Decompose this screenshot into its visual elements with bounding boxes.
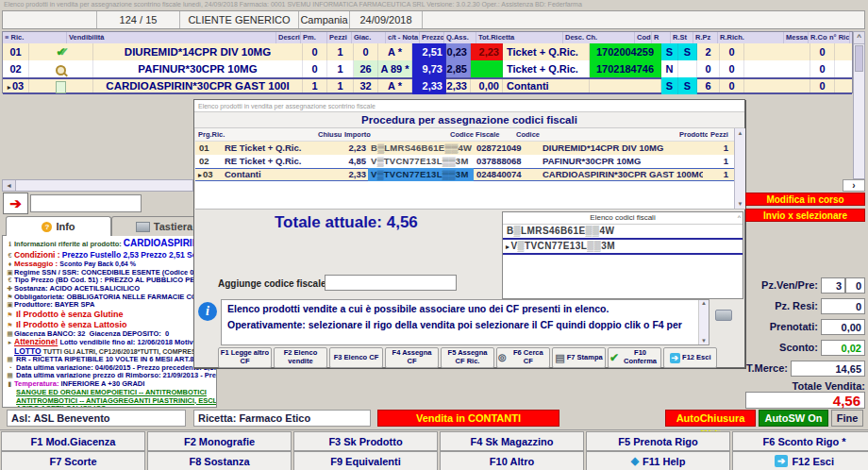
function-key-button[interactable]: F6 Sconto Rigo * [732,431,868,451]
scroll-up-icon[interactable]: ▲ [735,128,745,138]
function-key-button[interactable]: F9 Equivalenti [293,451,438,470]
column-header[interactable]: ≡ Ric. [3,32,67,43]
column-header[interactable]: Importo [342,128,447,141]
info-line: ▦Giacenza BANCO: 32 Giacenza DEPOSITO: 0 [6,330,216,339]
function-key-button[interactable]: ◈ F11 Help [586,451,730,470]
prodotto-cell: DIUREMID*14CPR DIV 10MG [540,142,703,155]
column-header[interactable]: R.Cons. [809,32,827,43]
function-key-button[interactable]: F8 Sostanza [147,451,292,470]
add-cf-input[interactable] [325,275,457,291]
function-key-button[interactable]: F3 Sk Prodotto [293,431,438,451]
row-marker-icon: ▸ [198,171,202,179]
horizontal-scrollbar[interactable]: ◄ [2,179,193,192]
robot-msg-cell [744,60,810,77]
dialog-function-key-button[interactable]: F4 Assegna CF [385,347,439,368]
function-key-button[interactable]: F1 Mod.Giacenza [1,431,145,451]
info-circle-icon: i [198,302,217,321]
dialog-function-key-button[interactable]: ➔ F12 Esci [663,347,717,368]
autochiusura-toggle[interactable]: AutoChiusura OFF [665,410,756,427]
dialog-table-row[interactable]: ▸03 Contanti 2,33 V▒TVCN77E13L▒▒3M 02484… [195,168,734,181]
cf-list: B▒LMRS46B61E▒▒4W ▸V▒TVCN77E13L▒▒3M [503,225,743,255]
info-line-text: Il Prodotto è senza Glutine [16,310,124,319]
dialog-function-key-button[interactable]: F3 Elenco CF [329,347,383,368]
dialog-table-scrollbar[interactable]: ▲ ▼ [734,128,745,209]
scroll-down-icon[interactable]: ▼ [735,199,745,209]
column-header[interactable]: Tot.Ricetta [476,32,563,43]
tab-info[interactable]: ? Info [6,216,111,236]
function-key-button[interactable]: F10 Altro [440,451,584,470]
function-key-button[interactable]: ➔ F12 Esci [732,451,868,470]
column-header[interactable]: c/t - Nota [386,32,420,43]
instructions-scrollbar[interactable]: ▲ ▼ [698,300,709,344]
keyboard-icon[interactable] [715,310,732,321]
column-header[interactable]: R.Rich. [718,32,784,43]
rcons-cell: 0 [810,43,835,60]
column-header[interactable]: Prg.Ric. [195,128,315,141]
column-header[interactable]: Desc. Ch. [563,32,635,43]
autosw-toggle[interactable]: AutoSW On [759,410,828,427]
function-key-button[interactable]: F4 Sk Magazzino [440,431,584,451]
dialog-function-key-button[interactable]: ◎ F6 Cerca CF [496,347,550,368]
invio-x-selezionare-button[interactable]: Invio x selezionare [745,209,865,222]
column-header[interactable]: Giac. [352,32,386,43]
dialog-function-key-button[interactable]: F5 Assegna CF Ric. [441,347,494,368]
column-header[interactable]: Codice [513,128,676,141]
column-header[interactable]: Chiusura ricetta [315,128,342,141]
red-arrow-icon: ➔ [9,195,22,211]
column-header[interactable]: Messaggio robot [784,32,809,43]
column-header[interactable]: Descrizione [276,32,301,43]
info-line-label: Temperatura: [14,380,58,388]
function-key-button[interactable]: F5 Prenota Rigo [586,431,730,451]
column-header[interactable]: R [652,32,671,43]
dialog-function-key-button[interactable]: F1 Legge altro CF [218,347,272,368]
column-header[interactable]: Vendibilità [67,32,276,43]
column-header[interactable]: Codice Fiscale [447,128,513,141]
info-line: ♦Messaggio : Sconto Pay Back 0,64 % [6,260,216,269]
info-line-label: Regime SSN / SSR: [14,269,79,277]
scroll-down-icon[interactable]: ▼ [699,338,709,344]
column-header[interactable]: Prezzo [420,32,444,43]
scroll-right-button[interactable]: › [843,179,865,192]
scroll-thumb[interactable] [855,45,863,72]
info-line: ANTITROMBOTICI -- ANTIAGGREGANTI PIASTRI… [6,397,216,406]
dialog-table-row[interactable]: 01 RE Ticket + Q.Ric. 2,23 B▒LMRS46B61E▒… [195,142,734,155]
table-row[interactable]: 02 PAFINUR*30CPR 10MG 0 1 26 A 89 * 9,73… [3,60,852,77]
codice-cell: 028721049 [474,142,540,155]
column-header[interactable]: R.Pz [693,32,718,43]
function-key-button[interactable]: F7 Scorte [1,451,145,470]
pzresi-value: 0 [821,298,865,314]
prg-cell: ▸03 [195,168,222,181]
prg-value: 01 [199,143,209,153]
prezzo-cell: 2,33 [412,77,446,94]
vertical-scrollbar[interactable]: ^ [853,31,865,179]
rpz-cell: 2 [697,43,720,60]
column-header[interactable]: Q.Ass. [444,32,476,43]
cf-list-item[interactable]: B▒LMRS46B61E▒▒4W [503,225,743,240]
dialog-function-key-button[interactable]: ▤ F7 Stampa [552,347,606,368]
quick-entry-button[interactable]: ➔ [3,193,28,214]
column-header[interactable]: Pezzi [708,128,728,141]
column-header[interactable]: Pm. [301,32,327,43]
scroll-up-icon[interactable]: ▲ [699,300,709,306]
info-line: ⚑ Il Prodotto è senza Lattosio [6,320,216,330]
fine-button[interactable]: Fine [831,410,863,427]
dialog-table-row[interactable]: 02 RE Ticket + Q.Ric. 4,85 V▒TVCN77E13L▒… [195,155,734,168]
modifica-in-corso-button[interactable]: Modifica in corso [745,193,865,206]
cf-list-item[interactable]: ▸V▒TVCN77E13L▒▒3M [503,240,743,255]
scroll-left-icon[interactable]: ◄ [3,180,16,191]
scroll-up-icon[interactable]: ^ [854,32,864,44]
prodotto-cell: PAFINUR*30CPR 10MG [540,155,703,168]
table-row[interactable]: 01 ✔ DIUREMID*14CPR DIV 10MG 0 1 0 A * 2… [3,43,852,60]
function-key-button[interactable]: F2 Monografie [147,431,292,451]
quick-entry-input[interactable] [30,194,142,212]
column-header[interactable]: Prodotto [676,128,708,141]
scroll-up-icon[interactable]: ^ [738,212,741,224]
column-header[interactable]: n° Ric [827,32,850,43]
info-line-text: ANTITROMBOTICI -- ANTIAGGREGANTI PIASTRI… [16,397,216,405]
dialog-function-key-button[interactable]: F2 Elenco vendite [274,347,327,368]
table-row-selected[interactable]: ▸03 CARDIOASPIRIN*30CPR GAST 100I 1 1 32… [3,77,852,94]
dialog-function-key-button[interactable]: ✔ F10 Conferma [608,347,661,368]
column-header[interactable]: Codice UBC [635,32,652,43]
column-header[interactable]: R.St [671,32,693,43]
column-header[interactable]: Pezzi [327,32,352,43]
